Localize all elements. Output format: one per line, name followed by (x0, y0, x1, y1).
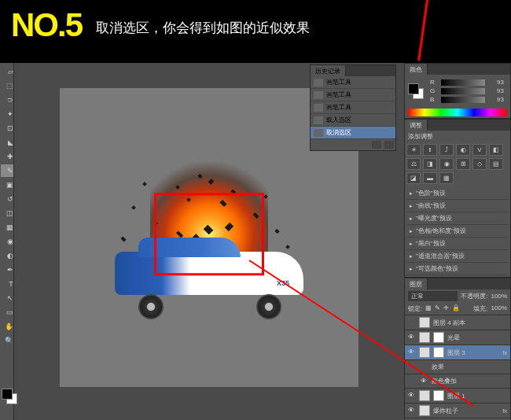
fill-label: 填充: (473, 304, 487, 313)
colorbalance-icon[interactable]: ⚖ (406, 158, 421, 170)
lasso-tool[interactable]: ⊃ (1, 94, 13, 106)
preset-item[interactable]: "色相/饱和度"预设 (406, 225, 509, 238)
lock-transparency-icon[interactable]: ▦ (425, 304, 432, 313)
photofilter-icon[interactable]: ◉ (439, 158, 454, 170)
dodge-tool[interactable]: ◐ (1, 249, 13, 262)
lock-position-icon[interactable]: ✛ (443, 304, 449, 313)
history-delete-icon[interactable] (384, 141, 394, 149)
photoshop-workspace: ▱ ⬚ ⊃ ✦ ⊡ ◣ ✚ ✎ ▣ ↺ ◫ ▦ ◉ ◐ ✒ T ↖ ▭ ✋ 🔍 … (0, 63, 511, 420)
eraser-tool[interactable]: ◫ (1, 207, 13, 219)
brush-tool[interactable]: ✎ (1, 164, 13, 177)
posterize-icon[interactable]: ▤ (489, 158, 503, 170)
preset-item[interactable]: "色阶"预设 (406, 187, 509, 200)
move-tool[interactable]: ▱ (1, 65, 13, 78)
b-slider[interactable] (441, 97, 485, 103)
preset-item[interactable]: "通道混合器"预设 (406, 250, 509, 263)
history-item[interactable]: 取消选区 (311, 127, 395, 139)
g-slider[interactable] (441, 88, 485, 94)
invert-icon[interactable]: ◇ (472, 158, 487, 170)
curves-icon[interactable]: ⤴ (439, 144, 454, 156)
fill-value[interactable]: 100% (491, 304, 507, 313)
blend-mode-select[interactable]: 正常 (408, 291, 458, 301)
path-tool[interactable]: ↖ (1, 292, 13, 304)
layers-panel: 图层 正常 不透明度: 100% 锁定: ▦ ✎ ✛ 🔒 填充: 100% 图层… (404, 278, 511, 420)
history-new-icon[interactable] (372, 141, 381, 149)
preset-item[interactable]: "曲线"预设 (406, 200, 509, 212)
gradient-tool[interactable]: ▦ (1, 221, 13, 234)
pen-tool[interactable]: ✒ (1, 263, 13, 276)
history-item[interactable]: 画笔工具 (311, 101, 395, 114)
hue-bar[interactable] (408, 109, 507, 116)
callout-line-1 (417, 0, 428, 61)
history-item[interactable]: 画笔工具 (311, 76, 395, 89)
tools-panel: ▱ ⬚ ⊃ ✦ ⊡ ◣ ✚ ✎ ▣ ↺ ◫ ▦ ◉ ◐ ✒ T ↖ ▭ ✋ 🔍 (0, 63, 14, 420)
marquee-tool[interactable]: ⬚ (1, 79, 13, 92)
step-number: NO.5 (11, 6, 82, 44)
adjustments-title: 添加调整 (405, 131, 510, 142)
color-tab[interactable]: 颜色 (405, 64, 428, 75)
eyedropper-tool[interactable]: ◣ (1, 136, 13, 149)
step-description: 取消选区，你会得到如图的近似效果 (96, 19, 310, 37)
history-item[interactable]: 画笔工具 (311, 89, 395, 101)
preset-item[interactable]: "可选颜色"预设 (406, 263, 509, 275)
selectivecolor-icon[interactable]: ▦ (439, 172, 454, 184)
hand-tool[interactable]: ✋ (1, 320, 13, 333)
highlight-rectangle (154, 193, 264, 275)
layer-row[interactable]: 图层 4 副本 (405, 315, 510, 330)
preset-item[interactable]: "黑白"预设 (406, 238, 509, 250)
history-item[interactable]: 载入选区 (311, 114, 395, 127)
history-panel: 历史记录 画笔工具画笔工具画笔工具载入选区取消选区 (310, 64, 396, 151)
right-panels: 颜色 R93 G93 B93 调整 添加调整 ☀⫿⤴◐ V◧⚖◨◉⊞ ◇▤◪▬▦… (404, 63, 511, 420)
vibrance-icon[interactable]: V (472, 144, 487, 156)
opacity-value[interactable]: 100% (491, 293, 507, 300)
stamp-tool[interactable]: ▣ (1, 179, 13, 191)
lock-all-icon[interactable]: 🔒 (452, 304, 460, 313)
brightness-icon[interactable]: ☀ (406, 144, 421, 156)
color-panel: 颜色 R93 G93 B93 (404, 63, 511, 119)
layer-row[interactable]: 👁图层 3fx (405, 345, 510, 360)
history-brush-tool[interactable]: ↺ (1, 193, 13, 205)
lock-label: 锁定: (408, 304, 422, 313)
r-slider[interactable] (441, 79, 485, 86)
zoom-tool[interactable]: 🔍 (1, 334, 13, 347)
wand-tool[interactable]: ✦ (1, 108, 13, 120)
adjustments-tab[interactable]: 调整 (405, 120, 428, 131)
levels-icon[interactable]: ⫿ (423, 144, 437, 156)
foreground-background-colors[interactable] (408, 83, 424, 99)
channelmixer-icon[interactable]: ⊞ (456, 158, 470, 170)
preset-item[interactable]: "曝光度"预设 (406, 212, 509, 225)
adjustments-panel: 调整 添加调整 ☀⫿⤴◐ V◧⚖◨◉⊞ ◇▤◪▬▦ "色阶"预设"曲线"预设"曝… (404, 119, 511, 278)
exposure-icon[interactable]: ◐ (456, 144, 470, 156)
shape-tool[interactable]: ▭ (1, 306, 13, 319)
toolbar-color-swatch[interactable] (2, 389, 17, 404)
crop-tool[interactable]: ⊡ (1, 122, 13, 134)
opacity-label: 不透明度: (461, 292, 487, 300)
blur-tool[interactable]: ◉ (1, 235, 13, 248)
history-tab[interactable]: 历史记录 (311, 65, 346, 76)
bw-icon[interactable]: ◨ (423, 158, 437, 170)
gradientmap-icon[interactable]: ▬ (423, 172, 437, 184)
layer-row[interactable]: 👁光晕 (405, 330, 510, 345)
healing-tool[interactable]: ✚ (1, 150, 13, 163)
layers-tab[interactable]: 图层 (405, 278, 428, 289)
layer-row[interactable]: 👁爆炸粒子fx (405, 403, 510, 418)
hue-icon[interactable]: ◧ (489, 144, 503, 156)
layer-row[interactable]: 👁颜色叠加 (405, 374, 510, 389)
threshold-icon[interactable]: ◪ (406, 172, 421, 184)
lock-pixels-icon[interactable]: ✎ (435, 304, 440, 313)
type-tool[interactable]: T (1, 278, 13, 290)
